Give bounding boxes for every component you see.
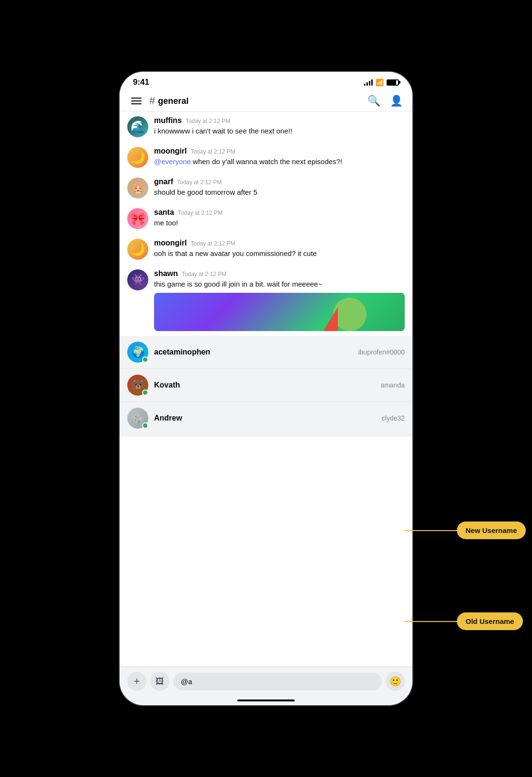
input-row: + 🖼 🙂 bbox=[127, 672, 405, 691]
message-item: 🌙 moongirl Today at 2:12 PM ooh is that … bbox=[120, 234, 412, 265]
member-item[interactable]: 🐻 Kovath amanda bbox=[120, 369, 412, 402]
emoji-icon: 🙂 bbox=[389, 676, 401, 687]
member-avatar-wrap: 🌍 bbox=[127, 342, 148, 363]
message-content: santa Today at 2:12 PM me too! bbox=[154, 208, 405, 228]
message-username: moongirl bbox=[154, 239, 187, 247]
avatar: 🌙 bbox=[127, 147, 148, 168]
message-username: moongirl bbox=[154, 147, 187, 155]
message-input-wrap[interactable] bbox=[173, 673, 382, 690]
member-username: clyde32 bbox=[382, 414, 405, 422]
member-display-name: acetaminophen bbox=[154, 348, 353, 356]
message-timestamp: Today at 2:12 PM bbox=[182, 271, 226, 278]
avatar: 🌊 bbox=[127, 116, 148, 137]
message-username: muffins bbox=[154, 116, 182, 125]
message-username: shawn bbox=[154, 269, 178, 278]
message-content: muffins Today at 2:12 PM i knowwww i can… bbox=[154, 116, 405, 136]
message-content: shawn Today at 2:12 PM this game is so g… bbox=[154, 269, 405, 331]
plus-icon: + bbox=[134, 675, 140, 688]
message-content: moongirl Today at 2:12 PM ooh is that a … bbox=[154, 239, 405, 258]
member-avatar-wrap: 🐻 bbox=[127, 375, 148, 396]
home-indicator bbox=[237, 699, 295, 701]
members-list: 🌍 acetaminophen ibuprofen#0000 🐻 bbox=[120, 336, 412, 437]
message-text: should be good tomorrow after 5 bbox=[154, 187, 405, 197]
message-header: moongirl Today at 2:12 PM bbox=[154, 239, 405, 247]
avatar: 🎀 bbox=[127, 208, 148, 229]
message-item: 👾 shawn Today at 2:12 PM this game is so… bbox=[120, 265, 412, 336]
status-time: 9:41 bbox=[133, 78, 149, 87]
messages-area: 🌊 muffins Today at 2:12 PM i knowwww i c… bbox=[120, 111, 412, 437]
message-timestamp: Today at 2:12 PM bbox=[177, 179, 222, 186]
status-bar: 9:41 📶 bbox=[120, 72, 412, 91]
status-icons: 📶 bbox=[364, 78, 399, 86]
message-text: @everyone when do y'all wanna watch the … bbox=[154, 156, 405, 166]
member-item[interactable]: 🐲 a broken spirit uplift#0000 bbox=[120, 435, 412, 437]
message-item: 🐹 gnarf Today at 2:12 PM should be good … bbox=[120, 173, 412, 203]
message-item: 🌊 muffins Today at 2:12 PM i knowwww i c… bbox=[120, 111, 412, 142]
member-username: ibuprofen#0000 bbox=[358, 348, 405, 356]
profile-icon[interactable]: 👤 bbox=[390, 95, 403, 107]
search-icon[interactable]: 🔍 bbox=[367, 95, 380, 107]
channel-name: general bbox=[158, 96, 188, 106]
phone-frame: 9:41 📶 # general bbox=[120, 72, 412, 705]
message-item: 🎀 santa Today at 2:12 PM me too! bbox=[120, 203, 412, 234]
message-header: muffins Today at 2:12 PM bbox=[154, 116, 405, 125]
new-username-annotation: New Username bbox=[404, 522, 526, 539]
channel-title: # general bbox=[149, 95, 367, 107]
message-text: ooh is that a new avatar you commissione… bbox=[154, 248, 405, 258]
avatar: 🌙 bbox=[127, 239, 148, 260]
message-input[interactable] bbox=[181, 677, 374, 686]
old-username-annotation: Old Username bbox=[404, 612, 523, 630]
online-indicator bbox=[142, 389, 148, 396]
message-username: santa bbox=[154, 208, 174, 217]
message-timestamp: Today at 2:12 PM bbox=[190, 148, 235, 155]
message-content: gnarf Today at 2:12 PM should be good to… bbox=[154, 178, 405, 197]
message-header: santa Today at 2:12 PM bbox=[154, 208, 405, 217]
avatar: 🐹 bbox=[127, 178, 148, 199]
message-username: gnarf bbox=[154, 178, 173, 186]
online-indicator bbox=[142, 356, 148, 363]
message-content: moongirl Today at 2:12 PM @everyone when… bbox=[154, 147, 405, 166]
message-header: moongirl Today at 2:12 PM bbox=[154, 147, 405, 155]
battery-icon bbox=[387, 79, 399, 86]
emoji-button[interactable]: 🙂 bbox=[386, 672, 405, 691]
annotation-line bbox=[404, 530, 457, 531]
member-avatar-wrap: 🐘 bbox=[127, 408, 148, 429]
member-display-name: Kovath bbox=[154, 381, 375, 389]
message-header: gnarf Today at 2:12 PM bbox=[154, 178, 405, 186]
hamburger-menu[interactable] bbox=[129, 96, 144, 106]
add-button[interactable]: + bbox=[127, 672, 146, 691]
message-text: me too! bbox=[154, 218, 405, 228]
online-indicator bbox=[142, 422, 148, 429]
old-username-label: Old Username bbox=[457, 612, 523, 630]
message-header: shawn Today at 2:12 PM bbox=[154, 269, 405, 278]
signal-icon bbox=[364, 79, 373, 86]
nav-bar: # general 🔍 👤 bbox=[120, 91, 412, 111]
message-timestamp: Today at 2:12 PM bbox=[186, 118, 230, 124]
avatar: 👾 bbox=[127, 269, 148, 290]
image-preview bbox=[154, 293, 405, 331]
member-username: amanda bbox=[380, 381, 405, 389]
annotation-line bbox=[404, 621, 457, 622]
member-item[interactable]: 🌍 acetaminophen ibuprofen#0000 bbox=[120, 336, 412, 369]
image-icon: 🖼 bbox=[155, 677, 164, 687]
message-timestamp: Today at 2:12 PM bbox=[178, 210, 222, 216]
member-item[interactable]: 🐘 Andrew clyde32 bbox=[120, 402, 412, 435]
member-display-name: Andrew bbox=[154, 414, 376, 422]
mention-everyone: @everyone bbox=[154, 157, 191, 166]
nav-actions: 🔍 👤 bbox=[367, 95, 403, 107]
message-text: i knowwww i can't wait to see the next o… bbox=[154, 126, 405, 136]
message-item: 🌙 moongirl Today at 2:12 PM @everyone wh… bbox=[120, 142, 412, 173]
hash-icon: # bbox=[149, 95, 155, 107]
message-text: this game is so good ill join in a bit. … bbox=[154, 279, 405, 289]
message-timestamp: Today at 2:12 PM bbox=[190, 240, 235, 247]
wifi-icon: 📶 bbox=[376, 78, 384, 86]
new-username-label: New Username bbox=[457, 522, 526, 539]
image-button[interactable]: 🖼 bbox=[150, 672, 169, 691]
